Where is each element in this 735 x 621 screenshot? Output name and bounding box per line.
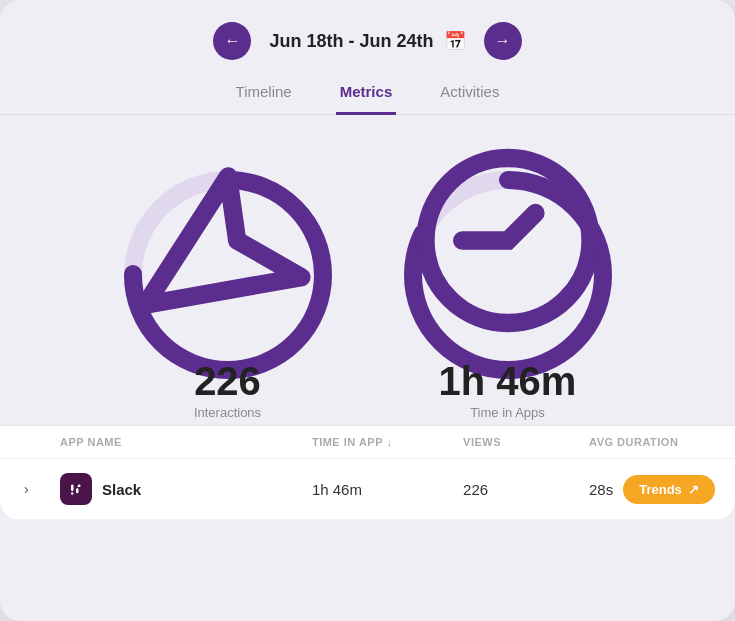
interactions-center: 226 Interactions	[118, 131, 338, 420]
tabs-container: Timeline Metrics Activities	[0, 74, 735, 115]
interactions-donut: 226 Interactions	[118, 165, 338, 385]
expand-row-button[interactable]: ›	[20, 477, 60, 501]
time-in-apps-value: 1h 46m	[398, 361, 618, 401]
trends-label: Trends	[639, 482, 682, 497]
app-name-text: Slack	[102, 481, 141, 498]
col-expand	[20, 436, 60, 448]
app-name-cell: Slack	[60, 473, 312, 505]
col-views: VIEWS	[463, 436, 589, 448]
tab-activities[interactable]: Activities	[436, 75, 503, 115]
date-range-text: Jun 18th - Jun 24th	[269, 31, 433, 52]
time-in-apps-center: 1h 46m Time in Apps	[398, 131, 618, 420]
svg-rect-5	[68, 481, 85, 498]
trends-button[interactable]: Trends ↗	[623, 475, 715, 504]
date-header: ← Jun 18th - Jun 24th 📅 →	[0, 0, 735, 74]
col-avg-duration: AVG DURATION	[589, 436, 715, 448]
app-table: APP NAME TIME IN APP ↓ VIEWS AVG DURATIO…	[0, 425, 735, 520]
prev-button[interactable]: ←	[213, 22, 251, 60]
table-header: APP NAME TIME IN APP ↓ VIEWS AVG DURATIO…	[0, 425, 735, 459]
table-row: › Slack 1h 46m 226 28s Trends ↗	[0, 459, 735, 520]
views-value: 226	[463, 481, 589, 498]
cursor-icon	[118, 131, 338, 357]
time-in-apps-donut-container: 1h 46m Time in Apps	[398, 165, 618, 385]
next-button[interactable]: →	[484, 22, 522, 60]
time-in-apps-donut: 1h 46m Time in Apps	[398, 165, 618, 385]
metrics-section: 226 Interactions	[0, 115, 735, 425]
tab-timeline[interactable]: Timeline	[232, 75, 296, 115]
interactions-donut-container: 226 Interactions	[118, 165, 338, 385]
interactions-label: Interactions	[118, 405, 338, 420]
tab-metrics[interactable]: Metrics	[336, 75, 397, 115]
clock-icon	[398, 131, 618, 357]
time-in-app-value: 1h 46m	[312, 481, 463, 498]
date-range: Jun 18th - Jun 24th 📅	[269, 30, 465, 52]
col-app-name: APP NAME	[60, 436, 312, 448]
slack-icon	[60, 473, 92, 505]
col-time-in-app: TIME IN APP ↓	[312, 436, 463, 448]
avg-duration-value: 28s	[589, 481, 613, 498]
calendar-icon: 📅	[444, 30, 466, 52]
time-in-apps-label: Time in Apps	[398, 405, 618, 420]
interactions-value: 226	[118, 361, 338, 401]
main-card: ← Jun 18th - Jun 24th 📅 → Timeline Metri…	[0, 0, 735, 621]
trends-icon: ↗	[688, 482, 699, 497]
